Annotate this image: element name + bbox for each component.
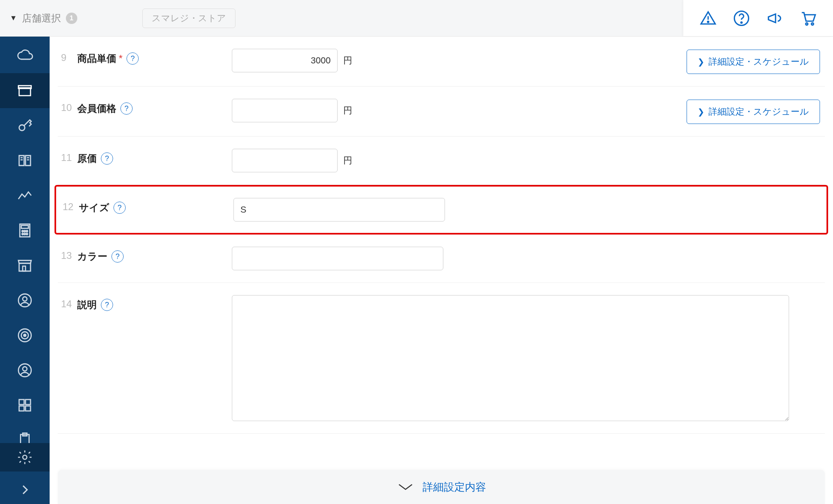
row-12-size: 12 サイズ ? bbox=[55, 185, 828, 235]
detail-schedule-button[interactable]: ❯ 詳細設定・スケジュール bbox=[687, 50, 820, 74]
detail-expand-bar[interactable]: 詳細設定内容 bbox=[58, 470, 825, 504]
row-number: 9 bbox=[58, 49, 77, 63]
topbar-right bbox=[683, 0, 833, 36]
sidebar-item-target[interactable] bbox=[0, 318, 50, 353]
store-pill[interactable]: スマレジ・ストア bbox=[142, 9, 236, 28]
row-number: 10 bbox=[58, 99, 77, 113]
row-label: サイズ ? bbox=[79, 198, 233, 214]
row-9-unit-price: 9 商品単価 * ? 円 ❯ 詳細設定・スケジュール bbox=[58, 37, 825, 87]
svg-point-20 bbox=[26, 233, 28, 235]
color-input[interactable] bbox=[232, 247, 443, 270]
row-field bbox=[233, 198, 445, 222]
row-label: 商品単価 * ? bbox=[77, 49, 232, 65]
svg-point-1 bbox=[708, 21, 709, 22]
required-mark: * bbox=[119, 53, 122, 64]
unit-label: 円 bbox=[343, 54, 352, 67]
svg-point-17 bbox=[26, 230, 28, 232]
svg-point-8 bbox=[19, 125, 25, 130]
cart-icon[interactable] bbox=[800, 10, 817, 27]
row-actions: ❯ 詳細設定・スケジュール bbox=[687, 99, 825, 124]
svg-point-4 bbox=[806, 23, 808, 25]
row-field: 円 bbox=[232, 149, 352, 172]
row-label: 説明 ? bbox=[77, 295, 232, 311]
sidebar-item-cloud[interactable] bbox=[0, 38, 50, 73]
sidebar-item-grid[interactable] bbox=[0, 388, 50, 423]
svg-point-28 bbox=[23, 367, 27, 371]
description-textarea[interactable] bbox=[232, 295, 789, 421]
sidebar-item-user[interactable] bbox=[0, 283, 50, 318]
caret-down-icon: ▼ bbox=[10, 14, 17, 22]
unit-label: 円 bbox=[343, 154, 352, 167]
megaphone-icon[interactable] bbox=[766, 10, 783, 27]
unit-price-input[interactable] bbox=[232, 49, 338, 72]
sidebar-item-calc[interactable] bbox=[0, 213, 50, 248]
row-actions: ❯ 詳細設定・スケジュール bbox=[687, 49, 825, 74]
cost-input[interactable] bbox=[232, 149, 338, 172]
detail-bar-label: 詳細設定内容 bbox=[423, 480, 486, 494]
svg-point-5 bbox=[811, 23, 813, 25]
help-icon[interactable] bbox=[733, 10, 750, 27]
svg-rect-32 bbox=[26, 406, 31, 411]
size-input[interactable] bbox=[233, 198, 445, 222]
help-icon[interactable]: ? bbox=[111, 250, 124, 263]
row-label: 会員価格 ? bbox=[77, 99, 232, 115]
svg-rect-30 bbox=[26, 400, 31, 404]
store-select-label: 店舗選択 bbox=[22, 12, 61, 25]
chevron-right-icon: ❯ bbox=[698, 107, 704, 117]
sidebar bbox=[0, 26, 50, 504]
svg-point-3 bbox=[741, 22, 742, 23]
detail-schedule-button[interactable]: ❯ 詳細設定・スケジュール bbox=[687, 100, 820, 124]
sidebar-item-key[interactable] bbox=[0, 108, 50, 143]
svg-point-19 bbox=[24, 233, 26, 235]
sidebar-item-chart[interactable] bbox=[0, 178, 50, 213]
row-field bbox=[232, 295, 789, 421]
row-number: 12 bbox=[59, 198, 79, 213]
row-field: 円 bbox=[232, 99, 352, 122]
chevron-down-icon bbox=[397, 481, 414, 493]
chevron-right-icon: ❯ bbox=[698, 57, 704, 67]
svg-point-15 bbox=[22, 230, 24, 232]
svg-point-35 bbox=[23, 455, 27, 459]
svg-rect-7 bbox=[18, 86, 31, 89]
unit-label: 円 bbox=[343, 104, 352, 117]
sidebar-item-book[interactable] bbox=[0, 143, 50, 178]
row-field: 円 bbox=[232, 49, 352, 72]
svg-rect-14 bbox=[21, 226, 28, 228]
svg-rect-29 bbox=[19, 400, 24, 404]
form-rows: 9 商品単価 * ? 円 ❯ 詳細設定・スケジュール 10 会員価格 bbox=[50, 37, 833, 434]
svg-point-16 bbox=[24, 230, 26, 232]
row-label: カラー ? bbox=[77, 247, 232, 263]
help-icon[interactable]: ? bbox=[120, 102, 133, 115]
topbar: ▼ 店舗選択 1 スマレジ・ストア bbox=[0, 0, 833, 37]
row-number: 13 bbox=[58, 247, 77, 261]
row-label: 原価 ? bbox=[77, 149, 232, 165]
help-icon[interactable]: ? bbox=[113, 202, 126, 214]
help-icon[interactable]: ? bbox=[101, 152, 113, 165]
row-number: 14 bbox=[58, 295, 77, 310]
sidebar-item-store[interactable] bbox=[0, 248, 50, 283]
row-field bbox=[232, 247, 443, 270]
row-10-member-price: 10 会員価格 ? 円 ❯ 詳細設定・スケジュール bbox=[58, 87, 825, 137]
svg-point-26 bbox=[24, 334, 26, 336]
alert-icon[interactable] bbox=[700, 10, 717, 27]
sidebar-item-box[interactable] bbox=[0, 73, 50, 108]
row-number: 11 bbox=[58, 149, 77, 163]
member-price-input[interactable] bbox=[232, 99, 338, 122]
sidebar-item-account[interactable] bbox=[0, 353, 50, 388]
main-form: 9 商品単価 * ? 円 ❯ 詳細設定・スケジュール 10 会員価格 bbox=[50, 37, 833, 504]
svg-point-18 bbox=[22, 233, 24, 235]
svg-rect-31 bbox=[19, 406, 24, 411]
svg-point-23 bbox=[23, 297, 27, 301]
row-14-description: 14 説明 ? bbox=[58, 283, 825, 434]
sidebar-expand[interactable] bbox=[0, 476, 50, 504]
row-13-color: 13 カラー ? bbox=[58, 235, 825, 283]
store-select[interactable]: ▼ 店舗選択 1 bbox=[0, 12, 94, 25]
svg-rect-21 bbox=[23, 266, 26, 271]
sidebar-settings[interactable] bbox=[0, 443, 50, 471]
row-11-cost: 11 原価 ? 円 bbox=[58, 137, 825, 185]
help-icon[interactable]: ? bbox=[126, 52, 139, 65]
store-count-badge: 1 bbox=[66, 13, 77, 24]
help-icon[interactable]: ? bbox=[101, 299, 113, 311]
